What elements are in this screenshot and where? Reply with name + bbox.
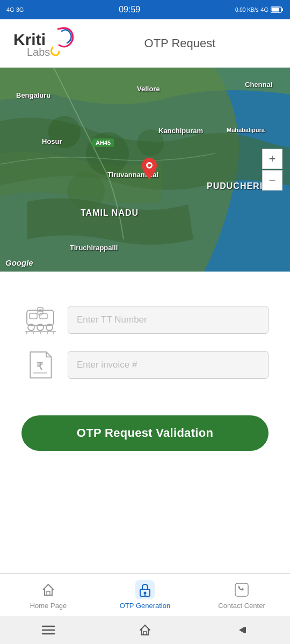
svg-rect-14 <box>40 313 47 319</box>
tt-number-row <box>21 304 269 336</box>
phone-icon <box>234 582 249 597</box>
page-title: OTP Request <box>81 36 279 50</box>
svg-point-11 <box>148 164 151 167</box>
nav-item-otp[interactable]: OTP Generation <box>97 574 193 616</box>
map-view: Bengaluru Vellore Chennai Hosur Kanchipu… <box>0 68 290 272</box>
spacer-1 <box>0 272 290 288</box>
contact-nav-icon-wrap <box>232 580 251 599</box>
map-label-tamilnadu: TAMIL NADU <box>81 208 139 218</box>
invoice-icon: ₹ <box>24 350 56 380</box>
nav-label-home: Home Page <box>30 602 67 610</box>
signal-area: 4G 3G <box>6 6 24 13</box>
data-speed: 0.00 KB/s <box>235 7 258 13</box>
kriti-logo: Kriti Labs <box>11 25 81 62</box>
map-label-chennai: Chennai <box>245 80 272 89</box>
zoom-in-button[interactable]: + <box>262 149 282 169</box>
map-label-kanchipuram: Kanchipuram <box>158 127 203 135</box>
svg-point-8 <box>67 172 105 210</box>
app-header: Kriti Labs OTP Request <box>0 19 290 68</box>
svg-rect-28 <box>47 591 50 595</box>
hamburger-icon <box>41 625 55 635</box>
google-logo: Google <box>5 258 33 267</box>
map-label-vellore: Vellore <box>137 85 160 93</box>
nav-label-contact: Contact Center <box>218 602 265 610</box>
route-badge-ah45: AH45 <box>92 138 114 147</box>
svg-rect-13 <box>30 313 37 319</box>
time-display: 09:59 <box>119 5 140 14</box>
svg-rect-2 <box>272 8 279 12</box>
otp-request-button[interactable]: OTP Request Validation <box>21 415 269 451</box>
svg-rect-37 <box>244 627 246 633</box>
svg-rect-1 <box>282 9 284 11</box>
svg-rect-12 <box>27 310 54 325</box>
form-area: ₹ <box>0 288 290 410</box>
home-icon <box>41 582 56 597</box>
map-label-hosur: Hosur <box>42 137 62 145</box>
invoice-row: ₹ <box>21 349 269 381</box>
bottom-spacer <box>0 467 290 537</box>
system-menu-button[interactable] <box>40 622 56 638</box>
map-label-tiruchirappalli: Tiruchirappalli <box>70 244 118 252</box>
nav-label-otp: OTP Generation <box>120 602 170 610</box>
nav-item-contact[interactable]: Contact Center <box>193 574 290 616</box>
battery-area: 0.00 KB/s 4G <box>235 6 284 13</box>
signal-text: 4G 3G <box>6 6 24 13</box>
lock-icon <box>137 582 153 597</box>
svg-text:Labs: Labs <box>27 46 50 58</box>
system-nav-bar <box>0 616 290 644</box>
bottom-nav: Home Page OTP Generation Contact Center <box>0 573 290 616</box>
invoice-icon-wrap: ₹ <box>21 349 59 381</box>
train-icon <box>23 305 58 335</box>
map-zoom-controls: + − <box>262 149 282 191</box>
otp-nav-icon-wrap <box>135 580 155 599</box>
system-back-button[interactable] <box>234 622 250 638</box>
system-home-button[interactable] <box>137 622 153 638</box>
map-label-puducheri: PUDUCHERI <box>207 181 263 191</box>
network-type: 4G <box>260 6 269 13</box>
system-home-icon <box>138 623 152 637</box>
svg-text:₹: ₹ <box>37 361 44 372</box>
status-bar: 4G 3G 09:59 0.00 KB/s 4G <box>0 0 290 19</box>
nav-item-home[interactable]: Home Page <box>0 574 97 616</box>
map-label-mahabalipura: Mahabalipura <box>227 127 265 133</box>
otp-button-container: OTP Request Validation <box>0 410 290 467</box>
back-icon <box>235 623 249 637</box>
home-nav-icon-wrap <box>39 580 58 599</box>
svg-point-30 <box>144 592 147 595</box>
zoom-out-button[interactable]: − <box>262 170 282 191</box>
tt-number-input[interactable] <box>68 306 269 334</box>
invoice-input[interactable] <box>68 351 269 379</box>
map-label-bengaluru: Bengaluru <box>16 91 50 99</box>
location-pin <box>142 158 157 179</box>
train-icon-wrap <box>21 304 59 336</box>
logo-area: Kriti Labs <box>11 25 81 62</box>
battery-icon <box>271 6 284 13</box>
